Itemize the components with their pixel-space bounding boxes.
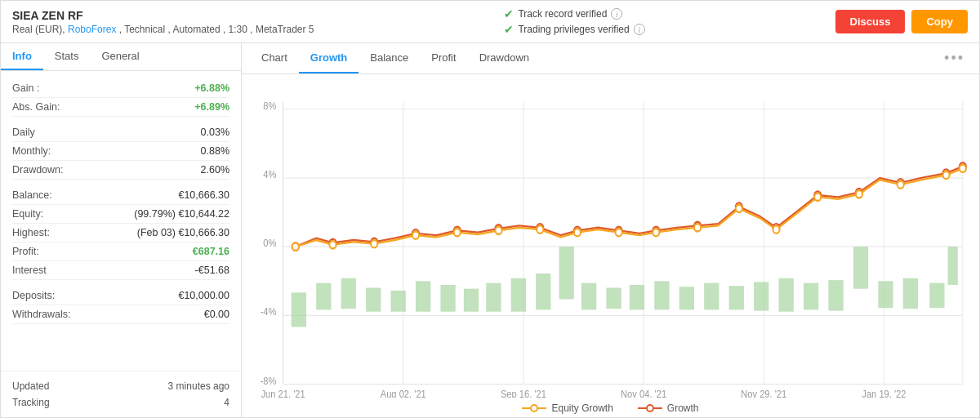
chart-tab-chart[interactable]: Chart	[250, 43, 299, 73]
tab-info[interactable]: Info	[1, 43, 43, 70]
daily-row: Daily 0.03%	[12, 123, 229, 142]
main-content: Info Stats General Gain : +6.88% Abs. Ga…	[1, 43, 979, 417]
verification-section: ✔ Track record verified i ✔ Trading priv…	[504, 7, 644, 36]
bar-1	[292, 292, 306, 327]
tab-stats[interactable]: Stats	[43, 43, 91, 70]
tracking-row: Tracking 4	[12, 394, 229, 411]
bar-14	[606, 287, 621, 309]
chart-area: .grid-line { stroke: #e8e8e8; stroke-wid…	[242, 74, 979, 398]
discuss-button[interactable]: Discuss	[835, 10, 906, 33]
svg-text:Jun 21, '21: Jun 21, '21	[261, 388, 305, 398]
bar-25	[878, 281, 893, 308]
track-record-info-icon[interactable]: i	[611, 8, 622, 20]
tracking-label: Tracking	[12, 397, 50, 408]
svg-point-43	[371, 240, 377, 247]
svg-point-54	[814, 193, 821, 201]
svg-text:0%: 0%	[263, 237, 276, 249]
bar-19	[729, 286, 744, 309]
equity-growth-label: Equity Growth	[551, 402, 612, 414]
chart-more-button[interactable]: •••	[938, 43, 971, 73]
chart-tab-drawdown[interactable]: Drawdown	[468, 43, 541, 73]
trading-privileges-verify: ✔ Trading privileges verified i	[504, 23, 644, 36]
svg-point-44	[412, 231, 419, 238]
svg-point-62	[647, 405, 653, 411]
footer-section: Updated 3 minutes ago Tracking 4	[1, 371, 241, 417]
header: SIEA ZEN RF Real (EUR), RoboForex , Tech…	[1, 1, 979, 43]
tracking-value: 4	[224, 397, 229, 408]
info-panel: Gain : +6.88% Abs. Gain: +6.89% Daily 0.…	[1, 71, 241, 371]
abs-gain-row: Abs. Gain: +6.89%	[12, 98, 229, 117]
svg-point-57	[942, 171, 949, 179]
bar-21	[779, 278, 794, 312]
bar-27	[929, 283, 944, 308]
page-title: SIEA ZEN RF	[12, 9, 314, 22]
updated-label: Updated	[12, 380, 49, 392]
svg-text:8%: 8%	[263, 100, 276, 112]
svg-point-50	[653, 229, 659, 236]
updated-value: 3 minutes ago	[168, 380, 229, 392]
trading-info-icon[interactable]: i	[634, 24, 645, 35]
svg-text:-4%: -4%	[261, 306, 277, 318]
svg-point-42	[329, 241, 336, 248]
bar-10	[511, 278, 526, 312]
bar-26	[903, 278, 918, 309]
svg-text:Sep 16, '21: Sep 16, '21	[501, 388, 546, 398]
growth-legend: Growth	[638, 402, 699, 414]
updated-row: Updated 3 minutes ago	[12, 378, 229, 394]
svg-text:Aug 02, '21: Aug 02, '21	[381, 388, 426, 398]
svg-text:Nov 29, '21: Nov 29, '21	[741, 388, 786, 398]
bar-4	[366, 287, 381, 311]
bar-15	[630, 285, 644, 309]
svg-text:-8%: -8%	[261, 375, 277, 387]
bar-18	[704, 283, 719, 310]
svg-point-55	[856, 190, 862, 198]
bar-6	[416, 281, 430, 311]
bar-24	[853, 247, 868, 288]
spacer2	[12, 180, 229, 186]
svg-point-52	[736, 205, 742, 212]
chart-legend: Equity Growth Growth	[242, 398, 979, 417]
chart-tab-growth[interactable]: Growth	[299, 43, 359, 73]
svg-text:4%: 4%	[263, 168, 276, 180]
interest-row: Interest -€51.68	[12, 261, 229, 280]
bar-7	[440, 285, 455, 312]
bar-5	[391, 291, 406, 312]
bar-9	[486, 283, 501, 312]
bar-16	[654, 281, 669, 309]
bar-12	[559, 247, 574, 299]
spacer1	[12, 117, 229, 123]
svg-point-48	[574, 229, 581, 236]
svg-point-47	[537, 225, 543, 233]
svg-point-51	[694, 224, 701, 231]
check-icon: ✔	[504, 7, 514, 20]
chart-tabs: Chart Growth Balance Profit Drawdown •••	[242, 43, 979, 74]
growth-dots	[292, 162, 966, 251]
right-panel: Chart Growth Balance Profit Drawdown •••…	[242, 43, 979, 417]
bar-13	[581, 283, 596, 310]
copy-button[interactable]: Copy	[911, 10, 968, 33]
growth-chart: .grid-line { stroke: #e8e8e8; stroke-wid…	[250, 82, 971, 398]
bar-2	[316, 283, 331, 310]
svg-point-58	[960, 165, 966, 172]
chart-tab-balance[interactable]: Balance	[359, 43, 420, 73]
svg-point-53	[773, 225, 779, 233]
tab-general[interactable]: General	[90, 43, 150, 70]
deposits-row: Deposits: €10,000.00	[12, 287, 229, 305]
chart-tab-profit[interactable]: Profit	[420, 43, 467, 73]
equity-row: Equity: (99.79%) €10,644.22	[12, 205, 229, 224]
svg-text:Nov 04, '21: Nov 04, '21	[621, 388, 666, 398]
growth-label: Growth	[667, 402, 699, 414]
svg-point-56	[898, 180, 904, 188]
broker-link[interactable]: RoboForex	[68, 24, 116, 35]
withdrawals-row: Withdrawals: €0.00	[12, 305, 229, 324]
bar-17	[679, 287, 694, 309]
equity-growth-legend: Equity Growth	[522, 402, 612, 414]
svg-point-49	[616, 229, 622, 236]
svg-point-60	[531, 405, 537, 411]
balance-row: Balance: €10,666.30	[12, 186, 229, 205]
left-tabs: Info Stats General	[1, 43, 241, 71]
svg-point-45	[454, 229, 461, 236]
bar-23	[828, 280, 843, 310]
svg-point-41	[292, 243, 299, 251]
header-subtitle: Real (EUR), RoboForex , Technical , Auto…	[12, 24, 314, 35]
